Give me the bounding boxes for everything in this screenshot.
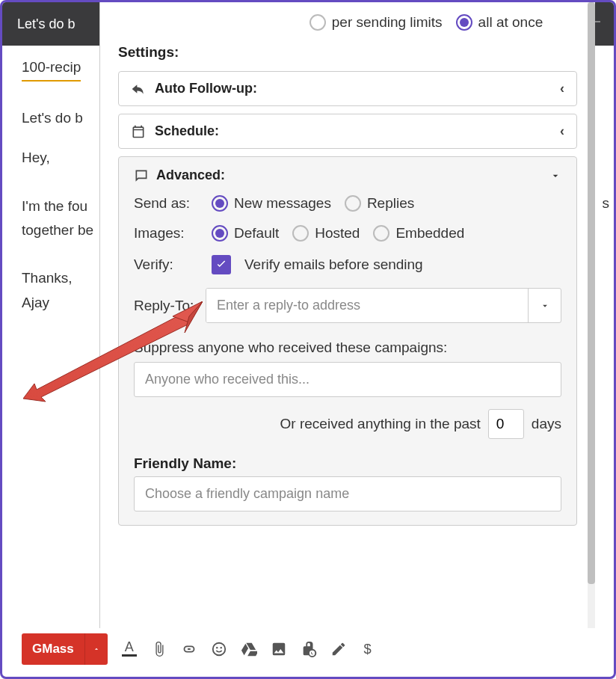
images-hosted-label: Hosted [315, 225, 360, 242]
all-at-once-option[interactable]: all at once [456, 14, 543, 31]
dollar-icon[interactable]: $ [360, 641, 377, 657]
reply-to-dropdown[interactable] [528, 289, 561, 322]
reply-to-input-wrap [206, 288, 561, 323]
friendly-name-input[interactable] [134, 476, 561, 511]
verify-row: Verify: Verify emails before sending [134, 255, 561, 274]
send-as-label: Send as: [134, 195, 198, 212]
chevron-down-icon [540, 301, 550, 311]
comment-icon [134, 168, 149, 183]
advanced-label: Advanced: [156, 168, 225, 183]
radio-selected-icon [456, 14, 472, 31]
settings-panel: per sending limits all at once Settings:… [99, 2, 595, 628]
image-icon[interactable] [271, 641, 287, 657]
radio-unselected-icon [292, 225, 309, 242]
verify-checkbox[interactable] [212, 255, 231, 274]
chevron-left-icon: ‹ [560, 81, 564, 96]
days-row: Or received anything in the past days [134, 409, 561, 439]
lock-clock-icon[interactable] [301, 641, 317, 657]
font-format-icon[interactable]: A [121, 642, 138, 657]
pen-icon[interactable] [330, 641, 347, 657]
per-sending-limits-option[interactable]: per sending limits [309, 14, 443, 31]
radio-selected-icon [212, 225, 228, 242]
subject-text: Let's do b [22, 110, 83, 126]
svg-text:$: $ [363, 641, 371, 657]
svg-point-4 [216, 647, 218, 648]
schedule-section[interactable]: Schedule: ‹ [118, 114, 577, 149]
days-input[interactable] [488, 409, 524, 439]
images-embedded-label: Embedded [395, 225, 464, 242]
checkmark-icon [215, 258, 228, 271]
reply-to-input[interactable] [206, 289, 528, 322]
send-as-new-label: New messages [234, 195, 331, 212]
drive-icon[interactable] [241, 641, 257, 657]
reply-to-label: Reply-To: [134, 298, 198, 314]
chevron-left-icon: ‹ [560, 123, 564, 139]
images-default-option[interactable]: Default [212, 225, 279, 242]
advanced-section: Advanced: Send as: New messages Replies … [118, 156, 577, 526]
images-row: Images: Default Hosted Embedded [134, 225, 561, 242]
window-title: Let's do b [17, 16, 76, 32]
verify-label: Verify: [134, 256, 198, 273]
emoji-icon[interactable] [211, 641, 227, 657]
chevron-down-icon [549, 170, 561, 182]
body-cutoff-text: s [603, 195, 610, 212]
images-embedded-option[interactable]: Embedded [373, 225, 464, 242]
panel-scrollbar[interactable] [588, 2, 595, 628]
reply-to-row: Reply-To: [134, 288, 561, 323]
days-suffix: days [532, 416, 561, 432]
recipients-field[interactable]: 100-recip [22, 59, 81, 82]
gmass-dropdown[interactable] [84, 633, 108, 665]
triangle-up-icon [93, 645, 100, 653]
auto-followup-label: Auto Follow-up: [155, 81, 257, 96]
radio-selected-icon [212, 195, 228, 212]
verify-description: Verify emails before sending [244, 256, 423, 273]
radio-unselected-icon [373, 225, 389, 242]
suppress-input[interactable] [134, 362, 561, 397]
gmass-button-group: GMass [22, 633, 108, 665]
images-hosted-option[interactable]: Hosted [292, 225, 360, 242]
calendar-icon [131, 124, 146, 139]
images-label: Images: [134, 225, 198, 242]
all-at-once-label: all at once [478, 14, 543, 31]
schedule-label: Schedule: [155, 123, 219, 139]
attachment-icon[interactable] [151, 641, 167, 657]
svg-point-3 [213, 643, 226, 656]
reply-arrow-icon [131, 82, 146, 96]
send-as-new-option[interactable]: New messages [212, 195, 331, 212]
days-prefix: Or received anything in the past [280, 416, 481, 432]
send-as-replies-label: Replies [367, 195, 414, 212]
radio-unselected-icon [345, 195, 361, 212]
scrollbar-thumb[interactable] [588, 2, 595, 584]
auto-followup-section[interactable]: Auto Follow-up: ‹ [118, 71, 577, 106]
gmass-button[interactable]: GMass [22, 633, 84, 665]
compose-toolbar: GMass A $ [22, 633, 377, 665]
advanced-header[interactable]: Advanced: [134, 168, 561, 183]
per-sending-limits-label: per sending limits [332, 14, 443, 31]
radio-unselected-icon [309, 14, 326, 31]
sending-mode-row: per sending limits all at once [118, 14, 577, 31]
link-icon[interactable] [181, 641, 197, 657]
send-as-replies-option[interactable]: Replies [345, 195, 414, 212]
suppress-label: Suppress anyone who received these campa… [134, 340, 561, 356]
svg-point-5 [220, 647, 221, 648]
images-default-label: Default [234, 225, 279, 242]
friendly-name-label: Friendly Name: [134, 455, 561, 472]
settings-heading: Settings: [118, 44, 577, 61]
send-as-row: Send as: New messages Replies [134, 195, 561, 212]
